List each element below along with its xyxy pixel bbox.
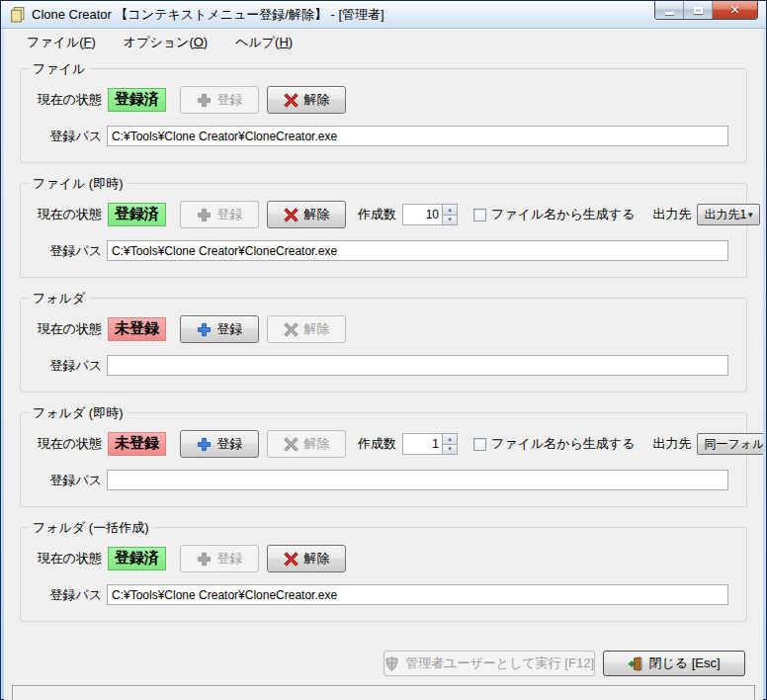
path-label: 登録パス	[21, 128, 102, 145]
close-window-button[interactable]: ✕	[713, 1, 757, 19]
register-button: 登録	[180, 545, 259, 572]
x-icon	[284, 322, 298, 337]
menu-file[interactable]: ファイル(F)	[20, 31, 103, 54]
maximize-button[interactable]	[684, 1, 713, 19]
menu-help[interactable]: ヘルプ(H)	[228, 31, 299, 54]
main-content: ファイル 現在の状態 登録済 登録 解除 登録パス	[4, 55, 763, 642]
status-badge: 未登録	[108, 432, 166, 456]
status-badge: 登録済	[108, 88, 166, 112]
app-clone-papers-icon	[9, 6, 26, 23]
path-label: 登録パス	[21, 586, 102, 604]
plus-icon	[197, 437, 212, 452]
group-folder: フォルダ 現在の状態 未登録 登録 解除 登録パス	[20, 298, 747, 393]
count-spinner: ▲ ▼	[402, 433, 458, 455]
checkbox-label: ファイル名から生成する	[491, 435, 635, 453]
chevron-down-icon: ▼	[746, 211, 759, 219]
output-selected-value: 出力先1	[704, 207, 746, 223]
unregister-button: 解除	[267, 430, 346, 458]
group-title: フォルダ (即時)	[29, 404, 128, 422]
minimize-button[interactable]	[655, 1, 684, 19]
path-label: 登録パス	[21, 472, 102, 489]
group-folder-instant: フォルダ (即時) 現在の状態 未登録 登録 解除 作成数	[20, 412, 747, 507]
status-badge: 登録済	[108, 203, 166, 226]
minimize-icon	[665, 12, 674, 15]
output-dropdown[interactable]: 同一フォルダ ▼	[697, 433, 763, 455]
x-icon	[284, 93, 298, 108]
client-area: ファイル(F) オプション(O) ヘルプ(H) ファイル 現在の状態 登録済 登…	[4, 29, 763, 700]
window-title: Clone Creator 【コンテキストメニュー登録/解除】 - [管理者]	[32, 6, 384, 24]
checkbox-generate-from-filename[interactable]	[473, 209, 486, 221]
count-input[interactable]	[402, 433, 442, 455]
title-bar: Clone Creator 【コンテキストメニュー登録/解除】 - [管理者] …	[1, 1, 766, 29]
output-label: 出力先	[652, 206, 691, 223]
registered-path-input[interactable]	[107, 470, 728, 490]
registered-path-input[interactable]	[107, 355, 728, 376]
status-label: 現在の状態	[21, 91, 102, 109]
status-label: 現在の状態	[21, 206, 102, 223]
output-label: 出力先	[652, 435, 691, 453]
spinner-down-icon[interactable]: ▼	[442, 216, 458, 226]
status-label: 現在の状態	[21, 320, 102, 338]
unregister-button[interactable]: 解除	[267, 86, 346, 114]
group-title: フォルダ	[29, 290, 89, 307]
group-title: フォルダ (一括作成)	[29, 519, 153, 537]
count-spinner: ▲ ▼	[402, 204, 458, 225]
unregister-button: 解除	[267, 315, 346, 343]
group-title: ファイル	[29, 60, 89, 78]
app-window: Clone Creator 【コンテキストメニュー登録/解除】 - [管理者] …	[0, 0, 767, 700]
count-input[interactable]	[402, 204, 442, 225]
run-as-admin-button: 管理者ユーザーとして実行 [F12]	[384, 651, 595, 676]
output-dropdown[interactable]: 出力先1 ▼	[697, 204, 760, 225]
plus-icon	[197, 322, 212, 337]
registered-path-input[interactable]	[107, 584, 728, 605]
exit-door-icon	[628, 656, 642, 671]
status-badge: 登録済	[108, 547, 166, 570]
unregister-button[interactable]: 解除	[267, 545, 346, 572]
registered-path-input[interactable]	[107, 126, 728, 146]
window-frame: ファイル(F) オプション(O) ヘルプ(H) ファイル 現在の状態 登録済 登…	[1, 29, 766, 700]
x-icon	[284, 208, 298, 222]
path-label: 登録パス	[21, 357, 102, 375]
register-button: 登録	[180, 86, 259, 114]
output-selected-value: 同一フォルダ	[704, 436, 763, 453]
plus-icon	[197, 208, 212, 222]
spinner-down-icon[interactable]: ▼	[442, 445, 458, 456]
status-label: 現在の状態	[21, 435, 102, 453]
checkbox-label: ファイル名から生成する	[491, 206, 635, 223]
maximize-icon	[694, 7, 703, 14]
menu-options[interactable]: オプション(O)	[117, 31, 214, 54]
x-icon	[284, 437, 298, 452]
window-controls: ✕	[654, 1, 758, 20]
checkbox-generate-from-filename[interactable]	[473, 438, 486, 451]
status-bar	[12, 685, 755, 700]
count-label: 作成数	[358, 206, 396, 223]
registered-path-input[interactable]	[107, 240, 728, 261]
x-icon	[284, 552, 298, 567]
plus-icon	[197, 93, 212, 108]
spinner-up-icon[interactable]: ▲	[442, 204, 458, 216]
unregister-button[interactable]: 解除	[267, 201, 346, 228]
status-label: 現在の状態	[21, 550, 102, 568]
group-title: ファイル (即時)	[29, 175, 128, 193]
register-button[interactable]: 登録	[180, 315, 259, 343]
menu-bar: ファイル(F) オプション(O) ヘルプ(H)	[4, 29, 763, 55]
shield-icon	[384, 656, 399, 671]
close-icon: ✕	[729, 4, 739, 16]
count-label: 作成数	[358, 435, 396, 453]
spinner-up-icon[interactable]: ▲	[442, 433, 458, 445]
group-folder-batch: フォルダ (一括作成) 現在の状態 登録済 登録 解除 登録パス	[20, 527, 747, 622]
footer-bar: 管理者ユーザーとして実行 [F12] 閉じる [Esc]	[4, 642, 763, 677]
register-button: 登録	[180, 201, 259, 228]
plus-icon	[197, 552, 212, 567]
group-file-instant: ファイル (即時) 現在の状態 登録済 登録 解除 作成数	[20, 183, 747, 278]
group-file: ファイル 現在の状態 登録済 登録 解除 登録パス	[20, 68, 747, 163]
register-button[interactable]: 登録	[180, 430, 259, 458]
path-label: 登録パス	[21, 242, 102, 260]
status-badge: 未登録	[108, 317, 166, 341]
close-app-button[interactable]: 閉じる [Esc]	[603, 651, 745, 676]
